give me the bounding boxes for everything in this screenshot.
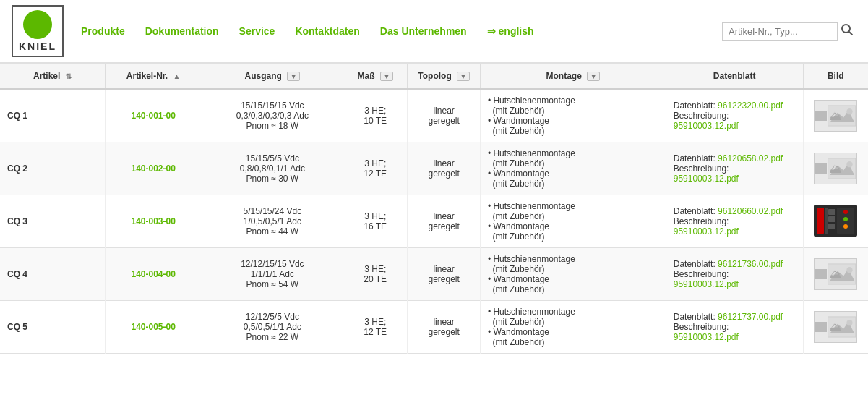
search-input[interactable] <box>722 22 838 41</box>
cell-bild <box>803 301 868 354</box>
svg-rect-14 <box>828 216 835 222</box>
datenblatt-link[interactable]: 96121736.00.pdf <box>718 259 783 269</box>
svg-line-1 <box>849 32 853 35</box>
datenblatt-link[interactable]: 96122320.00.pdf <box>718 101 783 111</box>
table-row: CQ 3140-003-005/15/15/24 Vdc1/0,5/0,5/1 … <box>0 195 868 248</box>
svg-rect-3 <box>828 106 856 126</box>
cell-montage: Hutschienenmontage (mit Zubehör)Wandmont… <box>480 142 666 195</box>
cell-mass: 3 HE;16 TE <box>343 195 408 248</box>
cell-ausgang: 15/15/5/5 Vdc0,8/0,8/0,1/1 AdcPnom ≈ 30 … <box>202 142 343 195</box>
filter-btn-mass[interactable]: ▼ <box>380 72 393 81</box>
cell-montage: Hutschienenmontage (mit Zubehör)Wandmont… <box>480 301 666 354</box>
datenblatt-link[interactable]: 96120658.02.pdf <box>718 153 783 163</box>
placeholder-icon <box>827 102 856 129</box>
beschreibung-link[interactable]: 95910003.12.pdf <box>674 332 739 342</box>
placeholder-icon <box>827 260 856 288</box>
cell-montage: Hutschienenmontage (mit Zubehör)Wandmont… <box>480 89 666 142</box>
svg-point-9 <box>846 161 852 167</box>
sort-arrow-artikelnr[interactable]: ▲ <box>173 72 181 80</box>
cell-montage: Hutschienenmontage (mit Zubehör)Wandmont… <box>480 248 666 301</box>
datenblatt-link[interactable]: 96121737.00.pdf <box>718 312 783 322</box>
col-header-mass[interactable]: Maß ▼ <box>343 64 408 89</box>
svg-rect-11 <box>817 208 824 234</box>
col-header-artikelnr[interactable]: Artikel-Nr. ▲ <box>105 64 202 89</box>
nav-produkte[interactable]: Produkte <box>81 25 125 37</box>
main-nav: Produkte Dokumentation Service Kontaktda… <box>81 25 710 37</box>
col-header-topologie[interactable]: Topolog ▼ <box>408 64 481 89</box>
svg-rect-25 <box>828 317 856 337</box>
cell-montage: Hutschienenmontage (mit Zubehör)Wandmont… <box>480 195 666 248</box>
svg-rect-12 <box>825 208 828 234</box>
col-header-bild: Bild <box>803 64 868 89</box>
cell-datenblatt: Datenblatt: 96121737.00.pdfBeschreibung:… <box>666 301 803 354</box>
filter-btn-montage[interactable]: ▼ <box>587 72 600 81</box>
beschreibung-link[interactable]: 95910003.12.pdf <box>674 174 739 184</box>
cell-mass: 3 HE;20 TE <box>343 248 408 301</box>
table-body: CQ 1140-001-0015/15/15/15 Vdc0,3/0,3/0,3… <box>0 89 868 354</box>
cell-artikelnr: 140-002-00 <box>105 142 202 195</box>
filter-btn-topologie[interactable]: ▼ <box>457 72 470 81</box>
svg-point-17 <box>843 210 848 214</box>
image-placeholder <box>814 153 857 184</box>
svg-rect-21 <box>828 264 856 284</box>
nav-unternehmen[interactable]: Das Unternehmen <box>380 25 467 37</box>
table-header: Artikel ⇅ Artikel-Nr. ▲ Ausgang ▼ Maß ▼ … <box>0 64 868 89</box>
logo[interactable]: KNIEL <box>12 5 64 57</box>
datenblatt-link[interactable]: 96120660.02.pdf <box>718 206 783 216</box>
cell-topologie: lineargeregelt <box>408 248 481 301</box>
table-row: CQ 1140-001-0015/15/15/15 Vdc0,3/0,3/0,3… <box>0 89 868 142</box>
cell-artikel: CQ 1 <box>0 89 105 142</box>
col-header-datenblatt: Datenblatt <box>666 64 803 89</box>
image-placeholder <box>814 311 857 343</box>
cell-bild <box>803 142 868 195</box>
filter-btn-ausgang[interactable]: ▼ <box>287 72 300 81</box>
beschreibung-link[interactable]: 95910003.12.pdf <box>674 121 739 131</box>
cell-bild <box>803 248 868 301</box>
table-row: CQ 4140-004-0012/12/15/15 Vdc1/1/1/1 Adc… <box>0 248 868 301</box>
cell-artikel: CQ 2 <box>0 142 105 195</box>
cell-mass: 3 HE;12 TE <box>343 301 408 354</box>
cell-topologie: lineargeregelt <box>408 195 481 248</box>
image-placeholder <box>814 100 857 132</box>
col-header-ausgang[interactable]: Ausgang ▼ <box>202 64 343 89</box>
logo-text: KNIEL <box>19 41 56 52</box>
product-table: Artikel ⇅ Artikel-Nr. ▲ Ausgang ▼ Maß ▼ … <box>0 64 868 354</box>
table-row: CQ 2140-002-0015/15/5/5 Vdc0,8/0,8/0,1/1… <box>0 142 868 195</box>
cell-artikel: CQ 5 <box>0 301 105 354</box>
cell-datenblatt: Datenblatt: 96120658.02.pdfBeschreibung:… <box>666 142 803 195</box>
beschreibung-link[interactable]: 95910003.12.pdf <box>674 279 739 289</box>
header: KNIEL Produkte Dokumentation Service Kon… <box>0 0 868 64</box>
search-button[interactable] <box>838 20 856 42</box>
col-header-artikel[interactable]: Artikel ⇅ <box>0 64 105 89</box>
cell-artikel: CQ 3 <box>0 195 105 248</box>
svg-point-18 <box>843 217 848 221</box>
sort-arrow-artikel[interactable]: ⇅ <box>66 72 72 80</box>
cell-artikel: CQ 4 <box>0 248 105 301</box>
cell-mass: 3 HE;10 TE <box>343 89 408 142</box>
nav-service[interactable]: Service <box>239 25 275 37</box>
cell-datenblatt: Datenblatt: 96120660.02.pdfBeschreibung:… <box>666 195 803 248</box>
cell-bild <box>803 195 868 248</box>
cell-artikelnr: 140-001-00 <box>105 89 202 142</box>
nav-dokumentation[interactable]: Dokumentation <box>145 25 219 37</box>
svg-point-27 <box>846 320 852 325</box>
svg-rect-7 <box>828 158 856 179</box>
col-header-montage[interactable]: Montage ▼ <box>480 64 666 89</box>
svg-rect-13 <box>828 209 835 215</box>
image-placeholder <box>814 258 857 290</box>
beschreibung-link[interactable]: 95910003.12.pdf <box>674 226 739 237</box>
cell-artikelnr: 140-005-00 <box>105 301 202 354</box>
cell-mass: 3 HE;12 TE <box>343 142 408 195</box>
lang-switch[interactable]: ⇒ english <box>487 25 534 37</box>
svg-point-19 <box>843 224 848 229</box>
cell-artikelnr: 140-004-00 <box>105 248 202 301</box>
cell-topologie: lineargeregelt <box>408 142 481 195</box>
logo-circle <box>23 10 52 39</box>
search-area <box>722 20 856 42</box>
placeholder-icon <box>827 313 856 341</box>
cell-bild <box>803 89 868 142</box>
table-row: CQ 5140-005-0012/12/5/5 Vdc0,5/0,5/1/1 A… <box>0 301 868 354</box>
cell-datenblatt: Datenblatt: 96121736.00.pdfBeschreibung:… <box>666 248 803 301</box>
nav-kontaktdaten[interactable]: Kontaktdaten <box>295 25 359 37</box>
product-image <box>814 205 857 237</box>
